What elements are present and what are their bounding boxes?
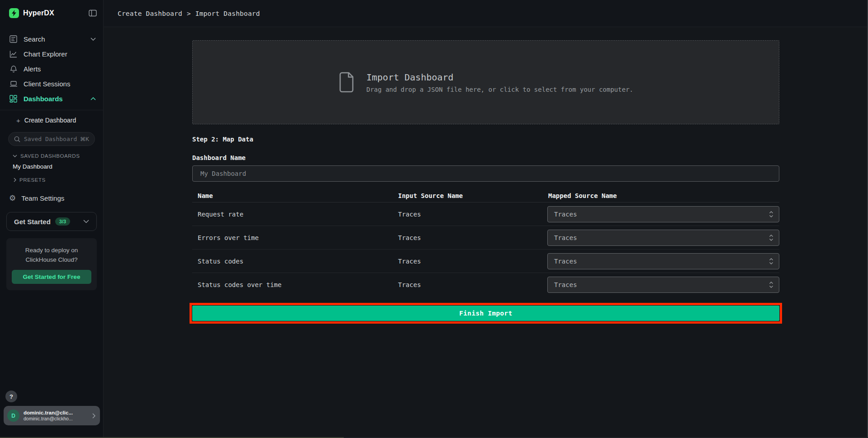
presets-header-label: PRESETS [19,177,46,183]
laptop-icon [9,80,18,88]
help-button[interactable]: ? [5,391,17,402]
import-dashboard-content: Import Dashboard Drag and drop a JSON fi… [104,27,868,321]
sidebar-item-label: Alerts [24,65,41,73]
chevron-up-icon [90,97,96,100]
team-settings-button[interactable]: ⚙ Team Settings [9,194,103,202]
create-dashboard-button[interactable]: + Create Dashboard [0,110,103,130]
selected-source-value: Traces [554,234,577,241]
dashboard-name-label: Dashboard Name [192,154,779,161]
chevron-down-icon [83,220,89,223]
mapped-source-select[interactable]: Traces [547,206,779,222]
select-chevrons-icon [769,281,773,288]
chart-name-cell: Status codes [192,258,393,265]
column-header-input-source: Input Source Name [393,192,547,199]
sidebar-item-label: Dashboards [24,95,63,103]
search-icon [14,136,20,142]
annotation-highlight-box: Finish Import [192,306,779,321]
dropzone-title: Import Dashboard [366,72,633,83]
sidebar-item-dashboards[interactable]: Dashboards [0,91,103,106]
top-bar: Create Dashboard>Import Dashboard [104,0,868,27]
promo-text-line2: ClickHouse Cloud? [12,255,91,264]
selected-source-value: Traces [554,211,577,218]
sidebar-collapse-icon[interactable] [89,9,97,17]
saved-dashboards-search[interactable]: ⌘K [8,132,95,146]
app-title: HyperDX [23,9,54,17]
sidebar-nav: Search Chart Explorer Alerts Client Sess… [0,32,103,106]
table-row: Status codes Traces Traces [192,250,779,273]
dropzone-inner: Import Dashboard Drag and drop a JSON fi… [338,72,633,93]
clickhouse-cloud-promo-card: Ready to deploy on ClickHouse Cloud? Get… [6,238,97,290]
chevron-right-icon [92,413,95,419]
main-area: Create Dashboard>Import Dashboard Import… [104,0,868,438]
file-icon [338,72,355,93]
sidebar-item-client-sessions[interactable]: Client Sessions [0,76,103,91]
logo-row: HyperDX [0,0,103,18]
mapping-table: Name Input Source Name Mapped Source Nam… [192,189,779,297]
input-source-cell: Traces [393,258,547,265]
promo-text-line1: Ready to deploy on [12,245,91,255]
chevron-down-icon [13,155,17,157]
get-started-toggle[interactable]: Get Started 3/3 [6,212,97,231]
finish-import-button[interactable]: Finish Import [192,306,779,321]
select-chevrons-icon [769,258,773,265]
dropzone-texts: Import Dashboard Drag and drop a JSON fi… [366,72,633,93]
json-file-dropzone[interactable]: Import Dashboard Drag and drop a JSON fi… [192,40,779,124]
user-texts: dominic.tran@clic... dominic.tran@clickh… [24,410,73,422]
user-avatar: D [7,410,19,422]
table-row: Request rate Traces Traces [192,203,779,226]
breadcrumb-import-dashboard[interactable]: Import Dashboard [195,10,260,17]
keyboard-shortcut-hint: ⌘K [80,136,89,142]
table-row: Errors over time Traces Traces [192,226,779,250]
get-started-label: Get Started [14,218,51,226]
selected-source-value: Traces [554,258,577,265]
sidebar-item-label: Chart Explorer [24,50,67,58]
breadcrumb-create-dashboard[interactable]: Create Dashboard [118,10,182,17]
dropzone-subtitle: Drag and drop a JSON file here, or click… [366,86,633,93]
saved-dashboards-section-toggle[interactable]: SAVED DASHBOARDS [13,153,103,159]
input-source-cell: Traces [393,211,547,218]
sidebar-item-search[interactable]: Search [0,32,103,47]
list-search-icon [9,35,18,43]
user-menu[interactable]: D dominic.tran@clic... dominic.tran@clic… [4,406,100,425]
table-header-row: Name Input Source Name Mapped Source Nam… [192,189,779,203]
chevron-down-icon [90,38,96,41]
step-heading: Step 2: Map Data [192,136,779,143]
get-started-free-button[interactable]: Get Started for Free [12,270,91,284]
sidebar: HyperDX Search Chart Explorer Alerts [0,0,104,438]
chart-name-cell: Status codes over time [192,281,393,288]
dashboard-grid-icon [9,94,18,103]
breadcrumb: Create Dashboard>Import Dashboard [118,10,260,17]
selected-source-value: Traces [554,281,577,288]
sidebar-item-alerts[interactable]: Alerts [0,61,103,76]
gear-icon: ⚙ [9,194,16,202]
bell-icon [9,65,18,73]
input-source-cell: Traces [393,281,547,288]
sidebar-item-label: Client Sessions [24,80,70,88]
input-source-cell: Traces [393,234,547,241]
create-dashboard-label: Create Dashboard [24,117,76,124]
plus-icon: + [16,117,20,124]
sidebar-item-label: Search [24,35,45,43]
mapped-source-select[interactable]: Traces [547,277,779,293]
saved-dashboards-search-input[interactable] [24,136,77,142]
user-email: dominic.tran@clickho... [24,416,73,422]
saved-dashboard-item[interactable]: My Dashboard [13,163,103,170]
chart-line-icon [9,50,18,58]
chart-name-cell: Errors over time [192,234,393,241]
column-header-mapped-source: Mapped Source Name [547,192,779,199]
table-row: Status codes over time Traces Traces [192,273,779,297]
chevron-right-icon [14,178,16,182]
get-started-progress-badge: 3/3 [55,217,70,226]
breadcrumb-separator: > [187,10,191,17]
select-chevrons-icon [769,234,773,241]
mapped-source-select[interactable]: Traces [547,253,779,269]
dashboard-name-input[interactable] [192,165,779,182]
sidebar-item-chart-explorer[interactable]: Chart Explorer [0,47,103,61]
column-header-name: Name [192,192,393,199]
presets-section-toggle[interactable]: PRESETS [14,177,103,183]
hyperdx-logo-icon [9,8,19,18]
select-chevrons-icon [769,211,773,218]
team-settings-label: Team Settings [21,194,64,202]
chart-name-cell: Request rate [192,211,393,218]
mapped-source-select[interactable]: Traces [547,230,779,246]
